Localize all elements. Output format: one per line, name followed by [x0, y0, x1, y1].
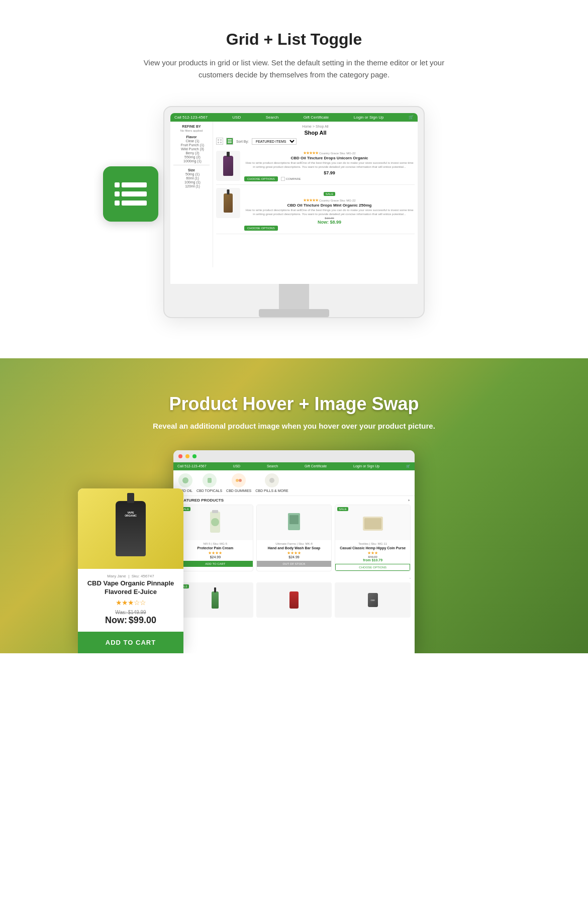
- divider: [173, 165, 210, 165]
- stars-1: ★★★★: [180, 551, 251, 555]
- svg-rect-0: [218, 139, 219, 141]
- s2-bottom-row: SALE CBD: [173, 582, 415, 618]
- choose-options-button[interactable]: CHOOSE OPTIONS: [244, 226, 278, 231]
- list-row-3: [115, 201, 147, 206]
- svg-point-7: [182, 477, 188, 483]
- list-bar: [122, 201, 147, 206]
- browser-dot-minimize: [185, 454, 189, 458]
- stars-3: ★★★: [337, 551, 408, 555]
- stars-2: ★★★★: [259, 551, 330, 555]
- overlay-meta: Mary Jane | Sku: 456747: [84, 574, 177, 578]
- stars: ★★★★★: [303, 198, 318, 203]
- s2-store-nav: Call 512-123-4567 USD Search Gift Certif…: [173, 462, 415, 470]
- store-nav: Call 512-123-4567 USD Search Gift Certif…: [170, 113, 418, 122]
- now-price: Now: $8.99: [244, 220, 415, 225]
- section1-description: View your products in grid or list view.…: [143, 57, 445, 81]
- store-gift: Gift Certificate: [304, 115, 329, 120]
- svg-rect-18: [364, 518, 381, 529]
- filter-flavor: Flavor Clear (1) Fruit Punch (1) Wild Pu…: [173, 135, 210, 163]
- filter-item[interactable]: Berry (2): [173, 151, 210, 155]
- filter-item[interactable]: 1000mg (1): [173, 159, 210, 163]
- store-search: Search: [266, 115, 278, 120]
- product-info: SALE ★★★★★ Country Grace Sku: MG-22 CBD …: [244, 188, 415, 231]
- browser-screen: Call 512-123-4567 USD Search Gift Certif…: [173, 462, 415, 653]
- list-view-button[interactable]: [226, 138, 233, 145]
- bottom-card-1: SALE: [177, 582, 253, 618]
- filter-item[interactable]: 550mg (2): [173, 155, 210, 159]
- vendor-sku: Ultimate Farms | Sku: MK-8: [259, 542, 330, 545]
- product-name-3: Casual Classic Hemp Hippy Coin Purse: [337, 546, 408, 550]
- svg-point-9: [236, 479, 239, 482]
- cat-cbd-gummies[interactable]: CBD GUMMIES: [226, 473, 251, 492]
- cat-label: CBD GUMMIES: [226, 489, 251, 492]
- product-hover-card: VAPEORGANIC Mary Jane | Sku: 456747 CBD …: [78, 488, 183, 653]
- compare-box[interactable]: [281, 177, 285, 181]
- pagination-bar: ‹ ›: [173, 575, 415, 580]
- filter-item[interactable]: 120ml (1): [173, 184, 210, 188]
- list-bar: [122, 182, 147, 187]
- s2-cart-icon[interactable]: 🛒: [406, 464, 411, 468]
- next-arrow[interactable]: ›: [410, 576, 411, 579]
- store-content: REFINE BY No filters applied Flavor Clea…: [170, 122, 418, 267]
- out-of-stock-btn: OUT OF STOCK: [257, 561, 332, 567]
- svg-rect-5: [228, 141, 232, 142]
- bottom-card-2: [256, 582, 332, 618]
- flavor-label: Flavor: [173, 135, 210, 139]
- list-dot: [115, 182, 120, 187]
- s2-gift: Gift Certificate: [305, 464, 327, 468]
- stars: ★★★★★: [303, 151, 318, 155]
- overlay-was-price: Was: $149.99: [84, 610, 177, 615]
- cart-icon[interactable]: 🛒: [409, 115, 414, 120]
- add-to-cart-button[interactable]: ADD TO CART: [78, 632, 183, 653]
- grid-view-button[interactable]: [216, 138, 223, 145]
- s2-categories: CBD OIL CBD TOPICALS CBD GUMMIES: [173, 470, 415, 496]
- product-price: $7.99: [244, 170, 415, 175]
- cat-cbd-pills[interactable]: CBD PILLS & MORE: [255, 473, 288, 492]
- compare-checkbox[interactable]: COMPARE: [281, 177, 301, 181]
- sort-select[interactable]: FEATURED ITEMS: [252, 138, 297, 145]
- svg-point-11: [269, 478, 274, 483]
- cbd-tin-illustration: CBD: [368, 593, 378, 607]
- product-meta: ★★★★★ Country Grace Sku: MG-22: [244, 198, 415, 203]
- svg-point-14: [211, 518, 219, 526]
- monitor-stand-base: [259, 309, 329, 317]
- product-image-2: [257, 505, 332, 540]
- now-price-3: from $10.79: [337, 558, 408, 562]
- vendor-sku: Textiles | Sku: MG-11: [337, 542, 408, 545]
- cat-cbd-topicals[interactable]: CBD TOPICALS: [197, 473, 222, 492]
- bottle-illustration: [224, 193, 233, 213]
- overlay-now-amount: $99.00: [129, 615, 156, 625]
- svg-rect-16: [289, 515, 299, 524]
- overlay-stars: ★★★☆☆: [84, 599, 177, 607]
- list-bar: [122, 191, 147, 196]
- section1-title: Grid + List Toggle: [10, 30, 578, 49]
- vendor: Country Grace: [319, 199, 339, 202]
- filter-item[interactable]: Clear (1): [173, 139, 210, 143]
- list-toggle-badge: [103, 166, 158, 222]
- filter-item[interactable]: 60ml (1): [173, 176, 210, 180]
- overlay-product-image: VAPEORGANIC: [78, 488, 183, 569]
- product-description: How to write product descriptions that s…: [244, 161, 415, 169]
- product-meta: ★★★★★ Country Grace Sku: MG-22: [244, 151, 415, 155]
- no-filters: No filters applied: [173, 129, 210, 132]
- choose-options-btn-3[interactable]: CHOOSE OPTIONS: [335, 564, 410, 571]
- s2-currency: USD: [233, 464, 240, 468]
- desktop-monitor: Call 512-123-4567 USD Search Gift Certif…: [163, 106, 425, 318]
- product-name-1: Protector Pain Cream: [180, 546, 251, 550]
- choose-options-button[interactable]: CHOOSE OPTIONS: [244, 176, 278, 181]
- overlay-product-name: CBD Vape Organic Pinnaple Flavored E-Jui…: [84, 579, 177, 596]
- add-to-cart-btn-1[interactable]: ADD TO CART: [178, 561, 253, 567]
- breadcrumb: Home > Shop All: [216, 125, 415, 128]
- drop-bottle-illustration: [212, 591, 219, 609]
- monitor-stand-neck: [279, 284, 309, 309]
- sale-badge: SALE: [337, 507, 348, 511]
- browser-dot-maximize: [192, 454, 197, 458]
- filter-item[interactable]: Fruit Punch (1): [173, 143, 210, 147]
- filter-item[interactable]: Wild Punch (3): [173, 147, 210, 151]
- product-info-2: Ultimate Farms | Sku: MK-8 Hand and Body…: [257, 540, 332, 561]
- s2-product-card: SALE Textiles | Sku: MG-11 Casual Classi…: [335, 505, 411, 571]
- filter-item[interactable]: 50mg (1): [173, 172, 210, 176]
- s2-login: Login or Sign Up: [353, 464, 379, 468]
- filter-item[interactable]: 100mg (1): [173, 180, 210, 184]
- store-currency: USD: [232, 115, 241, 120]
